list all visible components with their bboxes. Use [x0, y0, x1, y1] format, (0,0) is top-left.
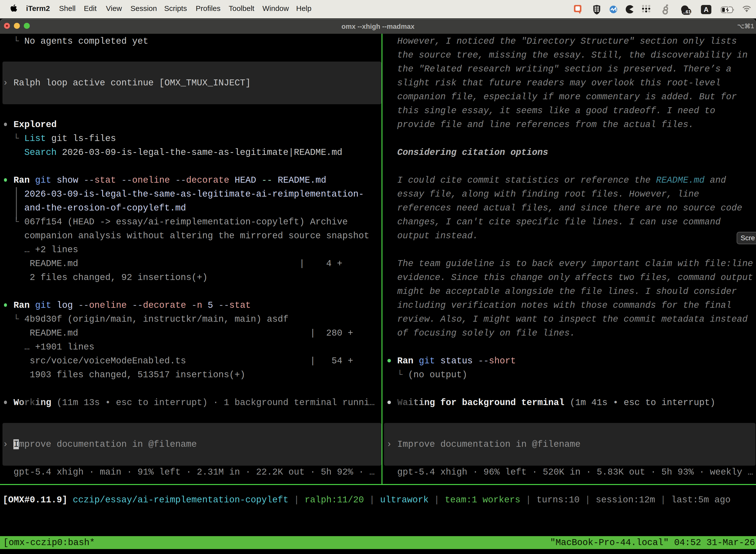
svg-text:A: A: [703, 6, 708, 13]
svg-text:..61: ..61: [683, 9, 691, 14]
